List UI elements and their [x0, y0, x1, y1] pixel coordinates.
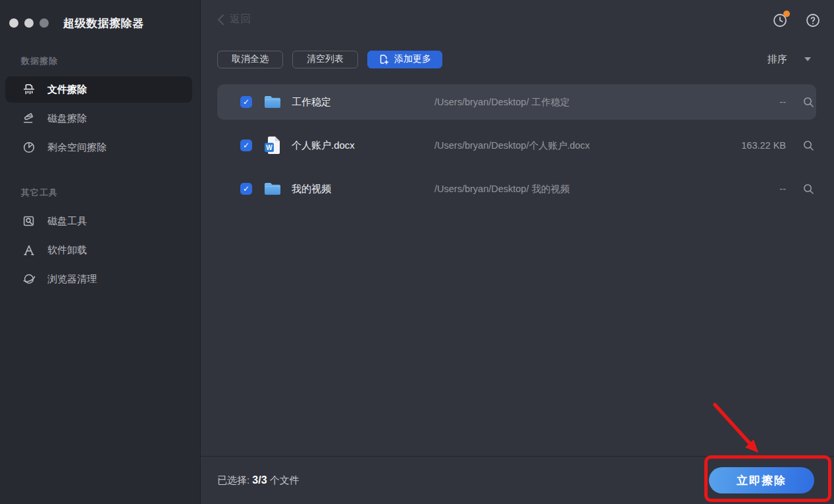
main-header: 返回: [201, 0, 834, 39]
file-list: ✓ 工作稳定 /Users/bryan/Desktop/ 工作稳定 --: [217, 84, 816, 214]
chevron-left-icon: [217, 14, 224, 26]
minimize-window-button[interactable]: [24, 18, 34, 28]
row-checkbox[interactable]: ✓: [240, 139, 252, 151]
sidebar-item-file-erase[interactable]: 文件擦除: [5, 76, 192, 103]
close-window-button[interactable]: [9, 18, 18, 28]
chevron-down-icon: [804, 57, 811, 61]
selected-count-status: 已选择: 3/3 个文件: [217, 474, 300, 487]
titlebar: 超级数据擦除器: [0, 0, 200, 33]
magnifier-icon[interactable]: [802, 139, 815, 152]
add-more-label: 添加更多: [394, 53, 431, 65]
header-icons: [772, 13, 821, 28]
history-clock-icon[interactable]: [772, 13, 788, 28]
file-size: 163.22 KB: [727, 140, 786, 151]
deselect-all-button[interactable]: 取消全选: [217, 51, 283, 68]
sidebar-item-disk-erase[interactable]: 磁盘擦除: [5, 105, 192, 132]
zoom-window-button[interactable]: [39, 18, 49, 28]
sidebar-item-label: 文件擦除: [47, 84, 87, 96]
back-button-label: 返回: [230, 13, 251, 26]
file-name: 我的视频: [292, 183, 434, 195]
app-title: 超级数据擦除器: [63, 16, 144, 31]
main-panel: 返回 取消全: [201, 0, 834, 504]
file-path: /Users/bryan/Desktop/ 工作稳定: [434, 96, 727, 109]
traffic-lights: [9, 18, 49, 28]
erase-now-button[interactable]: 立即擦除: [709, 467, 814, 493]
sidebar-item-free-space-erase[interactable]: 剩余空间擦除: [5, 134, 192, 161]
row-checkbox[interactable]: ✓: [240, 96, 252, 108]
file-path: /Users/bryan/Desktop/个人账户.docx: [434, 139, 727, 152]
file-row[interactable]: ✓ 工作稳定 /Users/bryan/Desktop/ 工作稳定 --: [217, 84, 816, 120]
svg-text:W: W: [266, 144, 273, 151]
sidebar-item-label: 剩余空间擦除: [47, 141, 107, 154]
footer-bar: 已选择: 3/3 个文件 立即擦除: [201, 456, 834, 504]
back-button[interactable]: 返回: [217, 13, 251, 26]
file-path: /Users/bryan/Desktop/ 我的视频: [434, 183, 727, 195]
uninstall-icon: [21, 242, 37, 258]
pie-chart-icon: [21, 139, 37, 155]
sidebar-section-other-tools: 其它工具: [0, 180, 200, 205]
sidebar-item-label: 软件卸载: [47, 244, 87, 257]
sidebar-item-disk-tool[interactable]: 磁盘工具: [5, 208, 192, 234]
add-more-button[interactable]: 添加更多: [367, 51, 442, 68]
browser-icon: [21, 271, 37, 287]
sort-dropdown[interactable]: 排序: [768, 53, 816, 66]
disk-eraser-icon: [21, 111, 37, 126]
word-document-icon: W: [263, 136, 282, 155]
sidebar-item-label: 浏览器清理: [47, 273, 97, 286]
sort-label: 排序: [768, 53, 787, 66]
row-checkbox[interactable]: ✓: [240, 183, 252, 195]
sidebar-item-uninstall[interactable]: 软件卸载: [5, 237, 192, 263]
selected-count: 3/3: [252, 474, 267, 486]
file-row[interactable]: ✓ W 个人账户.docx /Users/bryan/Desktop/个人账户.…: [217, 128, 816, 163]
sidebar-item-label: 磁盘工具: [47, 215, 87, 228]
notification-badge: [783, 11, 790, 17]
folder-icon: [263, 180, 282, 198]
add-file-icon: [378, 54, 389, 64]
file-name: 个人账户.docx: [292, 139, 434, 152]
folder-icon: [263, 93, 282, 111]
file-size: --: [727, 184, 786, 194]
magnifier-icon[interactable]: [802, 95, 815, 109]
disk-tool-icon: [21, 213, 37, 229]
file-name: 工作稳定: [292, 96, 434, 109]
sidebar-item-label: 磁盘擦除: [47, 113, 87, 125]
shredder-icon: [21, 82, 37, 97]
magnifier-icon[interactable]: [802, 182, 815, 195]
selected-suffix: 个文件: [267, 474, 300, 486]
file-row[interactable]: ✓ 我的视频 /Users/bryan/Desktop/ 我的视频 --: [217, 171, 816, 207]
sidebar-nav: 数据擦除 文件擦除: [0, 33, 200, 292]
sidebar-item-browser-clean[interactable]: 浏览器清理: [5, 266, 192, 292]
help-icon[interactable]: [805, 13, 821, 28]
selected-prefix: 已选择:: [217, 474, 252, 486]
sidebar-section-data-erase: 数据擦除: [0, 49, 200, 74]
clear-list-button[interactable]: 清空列表: [292, 51, 358, 68]
app-window: 超级数据擦除器 数据擦除 文件擦除: [0, 0, 834, 504]
sidebar: 超级数据擦除器 数据擦除 文件擦除: [0, 0, 201, 504]
toolbar: 取消全选 清空列表 添加更多 排序: [217, 50, 816, 68]
file-size: --: [727, 97, 786, 107]
